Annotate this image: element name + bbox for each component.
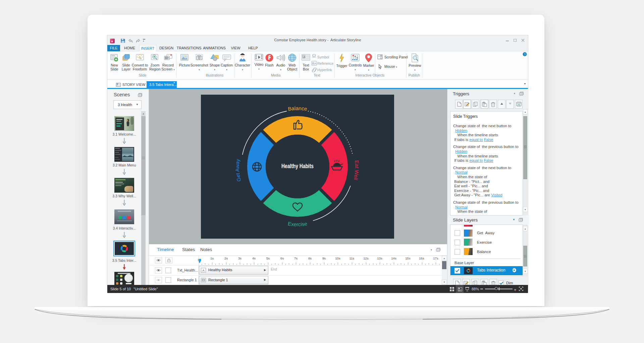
svg-text:Balance: Balance [287, 105, 308, 112]
svg-text:Healthy Habits: Healthy Habits [281, 163, 314, 169]
svg-text:Get Away: Get Away [234, 158, 242, 182]
svg-text:A: A [303, 55, 305, 58]
svg-text:R: R [312, 62, 314, 65]
svg-text:?: ? [524, 53, 526, 56]
svg-text:[x]: [x] [518, 103, 520, 106]
svg-text:Exercise: Exercise [287, 221, 308, 227]
svg-text:Eat Well: Eat Well [353, 160, 360, 181]
